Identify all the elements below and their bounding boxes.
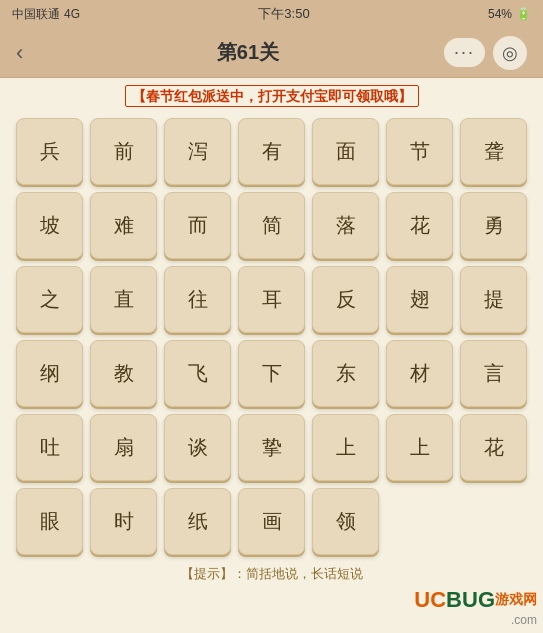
network-label: 4G <box>64 7 80 21</box>
wm-bug: BUG <box>446 587 495 613</box>
tile-5-2[interactable]: 纸 <box>164 488 231 555</box>
tile-2-6[interactable]: 提 <box>460 266 527 333</box>
tile-empty <box>460 488 527 555</box>
status-left: 中国联通 4G <box>12 6 80 23</box>
tile-5-0[interactable]: 眼 <box>16 488 83 555</box>
hint-text: 【提示】：简括地说，长话短说 <box>16 565 527 583</box>
tile-4-1[interactable]: 扇 <box>90 414 157 481</box>
tile-1-2[interactable]: 而 <box>164 192 231 259</box>
wm-game: 游戏网 <box>495 591 537 609</box>
tile-1-4[interactable]: 落 <box>312 192 379 259</box>
tile-1-0[interactable]: 坡 <box>16 192 83 259</box>
more-button[interactable]: ··· <box>444 38 485 67</box>
tile-3-0[interactable]: 纲 <box>16 340 83 407</box>
header: ‹ 第61关 ··· ◎ <box>0 28 543 78</box>
tile-3-5[interactable]: 材 <box>386 340 453 407</box>
tile-4-2[interactable]: 谈 <box>164 414 231 481</box>
battery-label: 54% <box>488 7 512 21</box>
tile-5-3[interactable]: 画 <box>238 488 305 555</box>
tile-2-2[interactable]: 往 <box>164 266 231 333</box>
tile-2-5[interactable]: 翅 <box>386 266 453 333</box>
banner-text: 【春节红包派送中，打开支付宝即可领取哦】 <box>125 85 419 107</box>
back-button[interactable]: ‹ <box>16 40 52 66</box>
watermark: UC BUG 游戏网 .com <box>414 587 537 627</box>
status-bar: 中国联通 4G 下午3:50 54% 🔋 <box>0 0 543 28</box>
tile-1-1[interactable]: 难 <box>90 192 157 259</box>
tile-0-1[interactable]: 前 <box>90 118 157 185</box>
character-grid: 兵前泻有面节聋坡难而简落花勇之直往耳反翅提纲教飞下东材言吐扇谈挚上上花眼时纸画领 <box>16 118 527 555</box>
tile-0-3[interactable]: 有 <box>238 118 305 185</box>
tile-3-1[interactable]: 教 <box>90 340 157 407</box>
tile-3-3[interactable]: 下 <box>238 340 305 407</box>
tile-2-3[interactable]: 耳 <box>238 266 305 333</box>
tile-4-3[interactable]: 挚 <box>238 414 305 481</box>
tile-0-6[interactable]: 聋 <box>460 118 527 185</box>
tile-1-3[interactable]: 简 <box>238 192 305 259</box>
tile-5-4[interactable]: 领 <box>312 488 379 555</box>
tile-empty <box>386 488 453 555</box>
main-content: 【春节红包派送中，打开支付宝即可领取哦】 兵前泻有面节聋坡难而简落花勇之直往耳反… <box>0 78 543 593</box>
status-time: 下午3:50 <box>258 5 309 23</box>
tile-3-4[interactable]: 东 <box>312 340 379 407</box>
header-actions: ··· ◎ <box>444 36 527 70</box>
wm-uc: UC <box>414 587 446 613</box>
battery-icon: 🔋 <box>516 7 531 21</box>
tile-0-4[interactable]: 面 <box>312 118 379 185</box>
page-title: 第61关 <box>217 39 279 66</box>
tile-3-6[interactable]: 言 <box>460 340 527 407</box>
tile-2-4[interactable]: 反 <box>312 266 379 333</box>
tile-1-5[interactable]: 花 <box>386 192 453 259</box>
tile-4-0[interactable]: 吐 <box>16 414 83 481</box>
tile-5-1[interactable]: 时 <box>90 488 157 555</box>
carrier-label: 中国联通 <box>12 6 60 23</box>
wm-net: .com <box>414 613 537 627</box>
tile-1-6[interactable]: 勇 <box>460 192 527 259</box>
hint-content: 【提示】：简括地说，长话短说 <box>181 566 363 581</box>
target-button[interactable]: ◎ <box>493 36 527 70</box>
tile-0-0[interactable]: 兵 <box>16 118 83 185</box>
status-right: 54% 🔋 <box>488 7 531 21</box>
tile-2-0[interactable]: 之 <box>16 266 83 333</box>
tile-4-6[interactable]: 花 <box>460 414 527 481</box>
banner: 【春节红包派送中，打开支付宝即可领取哦】 <box>16 88 527 106</box>
tile-3-2[interactable]: 飞 <box>164 340 231 407</box>
tile-4-5[interactable]: 上 <box>386 414 453 481</box>
tile-2-1[interactable]: 直 <box>90 266 157 333</box>
tile-4-4[interactable]: 上 <box>312 414 379 481</box>
tile-0-5[interactable]: 节 <box>386 118 453 185</box>
tile-0-2[interactable]: 泻 <box>164 118 231 185</box>
